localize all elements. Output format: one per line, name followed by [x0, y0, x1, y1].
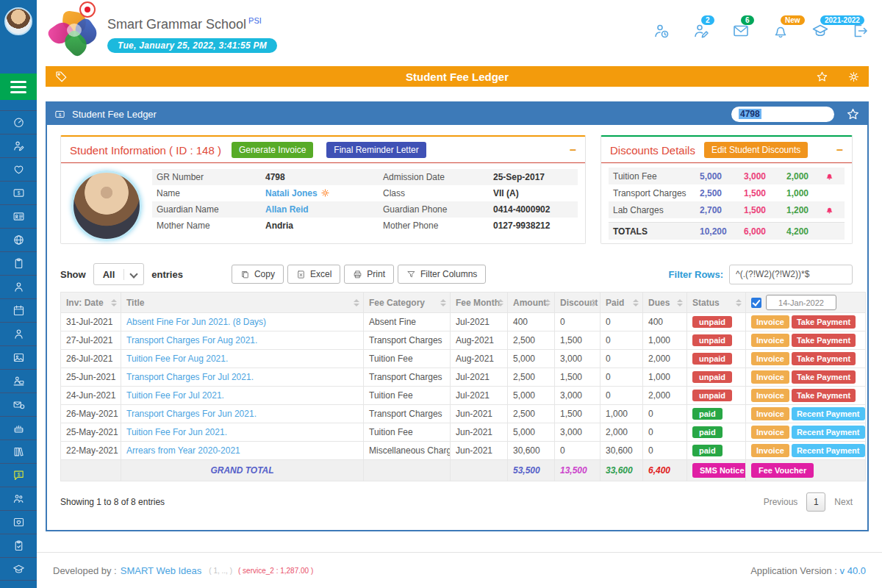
sidebar-item-globe[interactable] [0, 228, 37, 251]
date-filter-input[interactable]: 14-Jan-2022 [766, 295, 836, 310]
excel-button[interactable]: Excel [287, 265, 340, 284]
recent-payment-button[interactable]: Recent Payment [792, 444, 865, 457]
guardian-name-link[interactable]: Allan Reid [265, 204, 383, 215]
next-page-link[interactable]: Next [834, 497, 853, 507]
panel-star-icon[interactable] [846, 107, 860, 121]
sidebar-item-id-card[interactable] [0, 204, 37, 228]
fee-title-link[interactable]: Tuition Fee For Aug 2021. [126, 354, 228, 364]
favorite-star-icon[interactable] [816, 71, 828, 83]
invoice-button[interactable]: Invoice [751, 370, 789, 384]
col-fee-category[interactable]: Fee Category [364, 293, 451, 313]
take-payment-button[interactable]: Take Payment [792, 352, 856, 365]
sidebar-item-calendar[interactable] [0, 298, 37, 322]
sidebar-item-person-edit[interactable] [0, 134, 37, 157]
invoice-button[interactable]: Invoice [751, 444, 789, 457]
col-inv-date[interactable]: Inv: Date [61, 293, 121, 313]
final-reminder-button[interactable]: Final Reminder Letter [326, 142, 426, 158]
sidebar-item-students[interactable] [0, 487, 37, 510]
reminder-bell-icon[interactable] [825, 171, 834, 181]
recent-payment-button[interactable]: Recent Payment [792, 426, 865, 439]
search-value: 4798 [739, 109, 761, 119]
edit-discounts-button[interactable]: Edit Student Discounts [704, 142, 808, 158]
discounts-title: Discounts Details [610, 144, 695, 157]
invoice-button[interactable]: Invoice [751, 426, 789, 439]
invoice-button[interactable]: Invoice [751, 352, 789, 365]
notifications-bell-icon[interactable]: New [772, 22, 789, 40]
sidebar-item-person[interactable] [0, 275, 37, 298]
invoice-button[interactable]: Invoice [751, 315, 789, 329]
take-payment-button[interactable]: Take Payment [792, 315, 856, 329]
filter-columns-button[interactable]: Filter Columns [398, 265, 486, 284]
page-length-select[interactable]: All [93, 263, 145, 285]
fee-title-link[interactable]: Arrears from Year 2020-2021 [126, 445, 240, 456]
previous-page-link[interactable]: Previous [764, 497, 798, 507]
sidebar-item-graduation[interactable] [0, 557, 37, 581]
fee-title-link[interactable]: Transport Charges For Aug 2021. [126, 335, 257, 345]
sidebar-item-birthday[interactable] [0, 416, 37, 440]
take-payment-button[interactable]: Take Payment [792, 334, 856, 347]
sort-icon [354, 299, 359, 306]
sidebar-item-dashboard[interactable] [0, 110, 37, 134]
logout-icon[interactable] [851, 22, 869, 40]
pagination: Previous 1 Next [764, 492, 853, 512]
page-1-button[interactable]: 1 [806, 492, 825, 512]
entries-label: entries [151, 269, 183, 280]
recent-payment-button[interactable]: Recent Payment [792, 407, 865, 420]
student-info-row: GR Number4798 Admission Date25-Sep-2017 [152, 169, 578, 185]
collapse-minus-icon[interactable]: – [570, 146, 576, 154]
sidebar-item-health[interactable] [0, 157, 37, 181]
sidebar-item-clipboard-check[interactable] [0, 534, 37, 557]
fee-title-link[interactable]: Absent Fine For Jun 2021. (8 Days) [126, 317, 266, 327]
fee-row: 22-May-2021Arrears from Year 2020-2021 M… [61, 442, 866, 460]
invoice-button[interactable]: Invoice [751, 389, 789, 402]
student-name-link[interactable]: Natali Jones [265, 188, 383, 198]
ledger-search-input[interactable]: 4798 [731, 107, 834, 122]
session-graduation-icon[interactable]: 2021-2022 [811, 22, 829, 40]
sidebar-item-clipboard[interactable] [0, 251, 37, 275]
sms-notice-button[interactable]: SMS Notice [692, 463, 746, 478]
col-fee-month[interactable]: Fee Month [451, 293, 508, 313]
invoice-button[interactable]: Invoice [751, 334, 789, 347]
settings-gear-icon[interactable] [847, 71, 860, 83]
col-dues[interactable]: Dues [643, 293, 687, 313]
filter-rows-input[interactable] [729, 265, 853, 284]
sidebar-item-money-card[interactable] [0, 181, 37, 204]
vendor-link[interactable]: SMART Web Ideas [121, 565, 202, 576]
reminder-bell-icon[interactable] [825, 205, 834, 215]
print-button[interactable]: Print [344, 265, 394, 284]
collapse-minus-icon[interactable]: – [836, 146, 843, 154]
sidebar-item-desk-person[interactable] [0, 369, 37, 392]
take-payment-button[interactable]: Take Payment [792, 370, 856, 384]
col-discount[interactable]: Discount [555, 293, 600, 313]
copy-button[interactable]: Copy [232, 265, 284, 284]
col-title[interactable]: Title [121, 293, 364, 313]
fee-title-link[interactable]: Transport Charges For Jul 2021. [126, 372, 254, 382]
invoice-button[interactable]: Invoice [751, 407, 789, 420]
funnel-icon [406, 270, 416, 279]
sidebar-item-person-2[interactable] [0, 322, 37, 345]
status-badge: paid [692, 445, 723, 456]
col-date-filter: 14-Jan-2022 [746, 293, 866, 313]
person-edit-icon[interactable]: 2 [692, 22, 710, 40]
hamburger-menu-button[interactable] [0, 74, 37, 100]
fee-title-link[interactable]: Tuition Fee For Jul 2021. [126, 390, 224, 401]
attendance-person-clock-icon[interactable] [653, 22, 670, 40]
fee-title-link[interactable]: Transport Charges For Jun 2021. [126, 409, 257, 419]
sidebar-item-fee-ledger-active[interactable] [0, 463, 37, 487]
fee-row: 24-Jun-2021Tuition Fee For Jul 2021. Tui… [61, 387, 866, 405]
col-amount[interactable]: Amount [508, 293, 555, 313]
fee-voucher-button[interactable]: Fee Voucher [751, 463, 814, 478]
take-payment-button[interactable]: Take Payment [792, 389, 856, 402]
col-status[interactable]: Status [687, 293, 746, 313]
sidebar-item-card-heart[interactable] [0, 510, 37, 534]
date-filter-checkbox[interactable] [751, 298, 761, 308]
col-paid[interactable]: Paid [600, 293, 643, 313]
sidebar-item-library[interactable] [0, 440, 37, 463]
fee-title-link[interactable]: Tuition Fee For Jun 2021. [126, 427, 227, 437]
generate-invoice-button[interactable]: Generate Invoice [232, 142, 313, 158]
printer-icon [353, 270, 362, 279]
sidebar-item-photo-edit[interactable] [0, 345, 37, 369]
user-avatar[interactable] [4, 7, 32, 35]
messages-envelope-icon[interactable]: 6 [732, 22, 750, 40]
sidebar-item-mail-coin[interactable] [0, 392, 37, 416]
